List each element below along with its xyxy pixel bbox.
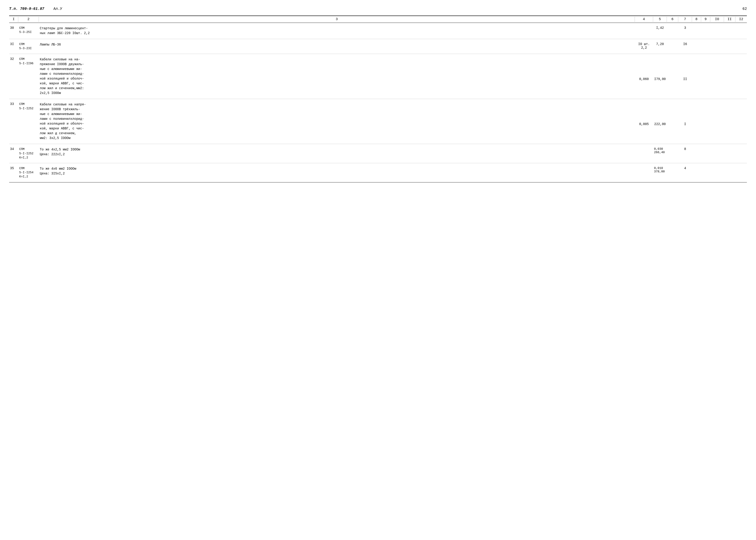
row-col7: 4 (678, 166, 692, 171)
col-header-10: IO (710, 17, 724, 22)
col-header-4: 4 (635, 17, 653, 22)
row-col5: I79,00 (653, 57, 667, 81)
row-desc: Лампы ЛБ-36 (39, 42, 635, 48)
row-desc: Кабели силовые на напря- жение IОООВ трё… (39, 102, 635, 141)
row-num: 30 (9, 26, 18, 30)
row-col7: I (678, 102, 692, 126)
row-col12 (735, 26, 747, 27)
row-col6 (667, 42, 678, 43)
page-number: 62 (742, 7, 747, 11)
table-row: 35 СПМ 5-I-I254 К=I,2 То же 4х6 мм2 IООО… (9, 163, 747, 182)
row-col10 (710, 26, 724, 27)
main-table: I 2 3 4 5 6 7 8 9 IO II I2 30 СПМ 5-3-25… (9, 16, 747, 183)
row-col4 (635, 166, 653, 167)
row-num: 34 (9, 147, 18, 151)
row-col11 (724, 26, 735, 27)
col-header-12: I2 (735, 17, 747, 22)
row-desc: То же 4х2,5 мм2 IОООм Цена: 222хI,2 (39, 147, 635, 157)
row-col12 (735, 102, 747, 103)
doc-label: Ал.У (54, 7, 62, 11)
row-col10 (710, 147, 724, 148)
table-row: 34 СПМ 5-I-I252 К=I,2 То же 4х2,5 мм2 IО… (9, 144, 747, 163)
row-col4 (635, 26, 653, 27)
row-col9 (701, 102, 710, 103)
row-col5: 7,20 (653, 42, 667, 47)
col-header-5: 5 (653, 17, 667, 22)
col-header-6: 6 (667, 17, 678, 22)
row-col6 (667, 102, 678, 103)
row-code: СПМ 5-I-I254 К=I,2 (18, 166, 39, 180)
row-col7: 8 (678, 147, 692, 151)
page-header: Т.п. 709-9-61.87 Ал.У 62 (9, 7, 747, 11)
row-col8 (692, 42, 701, 43)
row-num: 32 (9, 57, 18, 61)
row-col4: IО шт. 2,2 (635, 42, 653, 50)
row-desc: Стартеры для люминесцент- ных ламп ЗБС-2… (39, 26, 635, 36)
row-col11 (724, 147, 735, 148)
row-col9 (701, 42, 710, 43)
row-col11 (724, 57, 735, 58)
row-col7: 3 (678, 26, 692, 30)
row-col6 (667, 147, 678, 148)
row-col7: II (678, 57, 692, 81)
col-header-8: 8 (692, 17, 701, 22)
col-header-11: II (724, 17, 735, 22)
row-code: СПМ 5-I-I252 К=I,2 (18, 147, 39, 160)
row-num: 3I (9, 42, 18, 47)
row-col11 (724, 166, 735, 167)
row-col11 (724, 102, 735, 103)
row-col8 (692, 166, 701, 167)
row-col10 (710, 42, 724, 43)
row-col11 (724, 42, 735, 43)
row-col6 (667, 26, 678, 27)
row-col8 (692, 26, 701, 27)
row-col4: 0,060 (635, 57, 653, 81)
row-num: 33 (9, 102, 18, 106)
row-col5: I,42 (653, 26, 667, 30)
row-col6 (667, 57, 678, 58)
row-code: СПМ 5-3-25I (18, 26, 39, 35)
row-col5: 0,030 266,40 (653, 147, 667, 155)
row-code: СПМ 5-3-23I (18, 42, 39, 51)
row-col5: 222,00 (653, 102, 667, 126)
row-col9 (701, 147, 710, 148)
col-header-3: 3 (39, 17, 635, 22)
row-col12 (735, 42, 747, 43)
row-col8 (692, 102, 701, 103)
column-headers: I 2 3 4 5 6 7 8 9 IO II I2 (9, 16, 747, 23)
col-header-2: 2 (18, 17, 39, 22)
col-header-1: I (9, 17, 18, 22)
row-col10 (710, 166, 724, 167)
col-header-9: 9 (701, 17, 710, 22)
row-col9 (701, 57, 710, 58)
row-col10 (710, 102, 724, 103)
row-code: СПМ 5-I-I252 (18, 102, 39, 111)
col-header-7: 7 (678, 17, 692, 22)
table-row: 30 СПМ 5-3-25I Стартеры для люминесцент-… (9, 23, 747, 39)
row-col12 (735, 57, 747, 58)
doc-title: Т.п. 709-9-61.87 (9, 7, 44, 11)
table-row: 33 СПМ 5-I-I252 Кабели силовые на напря-… (9, 99, 747, 144)
row-col7: I6 (678, 42, 692, 47)
row-col9 (701, 26, 710, 27)
row-col4: 0,005 (635, 102, 653, 126)
table-row: 3I СПМ 5-3-23I Лампы ЛБ-36 IО шт. 2,2 7,… (9, 39, 747, 54)
row-desc: То же 4х6 мм2 IОООм Цена: 3I5хI,2 (39, 166, 635, 177)
row-col6 (667, 166, 678, 167)
row-num: 35 (9, 166, 18, 171)
row-col8 (692, 147, 701, 148)
row-col5: 0,010 378,00 (653, 166, 667, 174)
row-col4 (635, 147, 653, 148)
row-col12 (735, 147, 747, 148)
row-col12 (735, 166, 747, 167)
table-row: 32 СПМ 5-I-II96 Кабели силовые на на- пр… (9, 54, 747, 99)
row-col8 (692, 57, 701, 58)
row-col9 (701, 166, 710, 167)
row-col10 (710, 57, 724, 58)
row-code: СПМ 5-I-II96 (18, 57, 39, 66)
row-desc: Кабели силовые на на- пряжение IОООВ дву… (39, 57, 635, 96)
